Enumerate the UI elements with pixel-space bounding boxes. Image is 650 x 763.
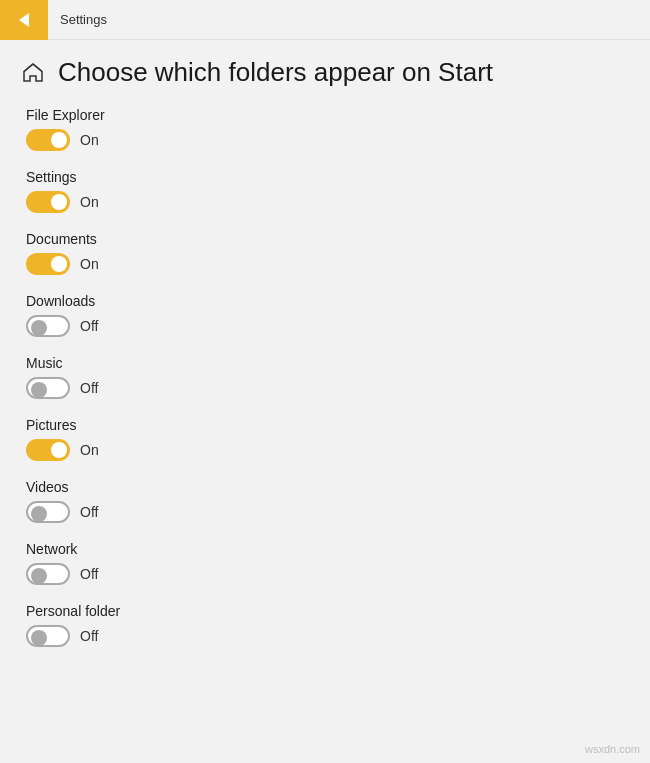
setting-row-file-explorer: File ExplorerOn bbox=[26, 107, 624, 151]
toggle-row-music: Off bbox=[26, 377, 624, 399]
setting-label-documents: Documents bbox=[26, 231, 624, 247]
toggle-track-settings bbox=[26, 191, 70, 213]
setting-row-videos: VideosOff bbox=[26, 479, 624, 523]
back-button[interactable] bbox=[0, 0, 48, 40]
page-title: Choose which folders appear on Start bbox=[58, 58, 493, 87]
setting-label-videos: Videos bbox=[26, 479, 624, 495]
toggle-network[interactable] bbox=[26, 563, 70, 585]
setting-row-documents: DocumentsOn bbox=[26, 231, 624, 275]
toggle-row-file-explorer: On bbox=[26, 129, 624, 151]
toggle-track-music bbox=[26, 377, 70, 399]
toggle-thumb-file-explorer bbox=[51, 132, 67, 148]
setting-row-music: MusicOff bbox=[26, 355, 624, 399]
toggle-status-downloads: Off bbox=[80, 318, 98, 334]
title-bar-text: Settings bbox=[60, 12, 107, 27]
setting-label-downloads: Downloads bbox=[26, 293, 624, 309]
toggle-thumb-videos bbox=[31, 506, 47, 522]
toggle-videos[interactable] bbox=[26, 501, 70, 523]
setting-label-personal-folder: Personal folder bbox=[26, 603, 624, 619]
toggle-row-pictures: On bbox=[26, 439, 624, 461]
setting-label-file-explorer: File Explorer bbox=[26, 107, 624, 123]
toggle-music[interactable] bbox=[26, 377, 70, 399]
toggle-status-pictures: On bbox=[80, 442, 99, 458]
toggle-status-settings: On bbox=[80, 194, 99, 210]
toggle-status-documents: On bbox=[80, 256, 99, 272]
toggle-thumb-network bbox=[31, 568, 47, 584]
toggle-track-pictures bbox=[26, 439, 70, 461]
toggle-row-personal-folder: Off bbox=[26, 625, 624, 647]
watermark: wsxdn.com bbox=[585, 743, 640, 755]
setting-row-personal-folder: Personal folderOff bbox=[26, 603, 624, 647]
toggle-documents[interactable] bbox=[26, 253, 70, 275]
setting-label-pictures: Pictures bbox=[26, 417, 624, 433]
toggle-track-downloads bbox=[26, 315, 70, 337]
toggle-thumb-personal-folder bbox=[31, 630, 47, 646]
toggle-row-network: Off bbox=[26, 563, 624, 585]
toggle-track-documents bbox=[26, 253, 70, 275]
toggle-thumb-settings bbox=[51, 194, 67, 210]
toggle-row-settings: On bbox=[26, 191, 624, 213]
setting-row-network: NetworkOff bbox=[26, 541, 624, 585]
toggle-track-file-explorer bbox=[26, 129, 70, 151]
setting-label-network: Network bbox=[26, 541, 624, 557]
back-arrow-icon bbox=[19, 13, 29, 27]
toggle-status-music: Off bbox=[80, 380, 98, 396]
setting-label-music: Music bbox=[26, 355, 624, 371]
toggle-row-videos: Off bbox=[26, 501, 624, 523]
toggle-downloads[interactable] bbox=[26, 315, 70, 337]
toggle-track-personal-folder bbox=[26, 625, 70, 647]
setting-row-settings: SettingsOn bbox=[26, 169, 624, 213]
toggle-status-personal-folder: Off bbox=[80, 628, 98, 644]
toggle-row-documents: On bbox=[26, 253, 624, 275]
toggle-personal-folder[interactable] bbox=[26, 625, 70, 647]
toggle-thumb-downloads bbox=[31, 320, 47, 336]
toggle-track-videos bbox=[26, 501, 70, 523]
page-header: Choose which folders appear on Start bbox=[0, 40, 650, 101]
toggle-row-downloads: Off bbox=[26, 315, 624, 337]
toggle-status-videos: Off bbox=[80, 504, 98, 520]
settings-list: File ExplorerOnSettingsOnDocumentsOnDown… bbox=[0, 101, 650, 685]
toggle-thumb-music bbox=[31, 382, 47, 398]
title-bar: Settings bbox=[0, 0, 650, 40]
toggle-file-explorer[interactable] bbox=[26, 129, 70, 151]
toggle-track-network bbox=[26, 563, 70, 585]
toggle-pictures[interactable] bbox=[26, 439, 70, 461]
toggle-thumb-pictures bbox=[51, 442, 67, 458]
home-icon bbox=[22, 61, 44, 83]
toggle-thumb-documents bbox=[51, 256, 67, 272]
setting-label-settings: Settings bbox=[26, 169, 624, 185]
setting-row-downloads: DownloadsOff bbox=[26, 293, 624, 337]
setting-row-pictures: PicturesOn bbox=[26, 417, 624, 461]
toggle-status-network: Off bbox=[80, 566, 98, 582]
toggle-status-file-explorer: On bbox=[80, 132, 99, 148]
toggle-settings[interactable] bbox=[26, 191, 70, 213]
